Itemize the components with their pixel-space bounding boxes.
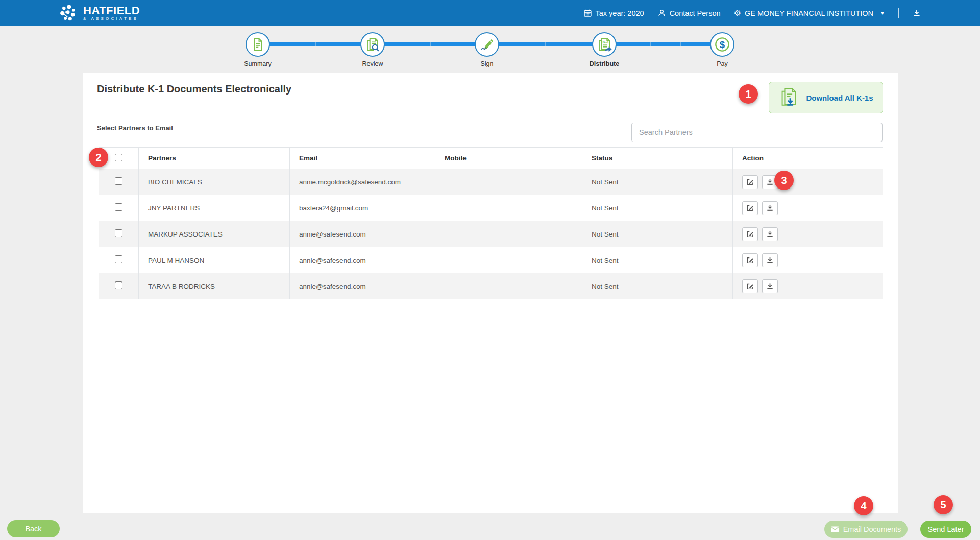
row-checkbox[interactable]	[115, 281, 122, 289]
download-k1-button[interactable]	[762, 253, 778, 267]
download-icon	[766, 256, 774, 264]
download-icon	[766, 178, 774, 186]
navbar-divider	[898, 8, 899, 18]
partner-mobile	[435, 273, 582, 299]
download-icon	[766, 204, 774, 212]
envelope-icon	[831, 526, 839, 532]
step-label-pay: Pay	[692, 60, 753, 67]
contact-person-button[interactable]: Contact Person	[657, 9, 721, 17]
gear-icon: ⚙	[734, 9, 741, 17]
partners-table: Partners Email Mobile Status Action BIO …	[99, 147, 883, 299]
tax-year-indicator: Tax year: 2020	[583, 9, 644, 17]
table-row: BIO CHEMICALS annie.mcgoldrick@safesend.…	[99, 169, 883, 195]
column-header-status: Status	[582, 148, 733, 169]
table-row: MARKUP ASSOCIATES annie@safesend.com Not…	[99, 221, 883, 247]
partner-mobile	[435, 169, 582, 195]
annotation-badge-5: 5	[934, 495, 953, 514]
step-distribute[interactable]: K-1 Distribute	[574, 32, 635, 67]
download-all-k1s-button[interactable]: Download All K-1s	[769, 82, 883, 113]
edit-icon	[746, 283, 754, 290]
select-all-checkbox[interactable]	[115, 154, 122, 161]
step-label-distribute: Distribute	[574, 60, 635, 67]
pay-dollar-icon: $	[714, 36, 730, 53]
partner-email: annie@safesend.com	[290, 221, 435, 247]
annotation-badge-2: 2	[89, 148, 108, 167]
download-k1-button[interactable]	[762, 201, 778, 215]
content-panel: Distribute K-1 Documents Electronically …	[83, 73, 898, 513]
edit-partner-button[interactable]	[742, 201, 758, 215]
download-icon	[766, 283, 774, 290]
contact-person-label: Contact Person	[670, 9, 721, 17]
email-documents-button[interactable]: Email Documents	[824, 521, 908, 538]
step-label-summary: Summary	[227, 60, 288, 67]
partner-name: BIO CHEMICALS	[139, 169, 290, 195]
send-later-label: Send Later	[928, 525, 964, 533]
download-all-k1s-label: Download All K-1s	[806, 93, 873, 102]
back-button[interactable]: Back	[7, 520, 60, 537]
edit-partner-button[interactable]	[742, 253, 758, 267]
table-row: PAUL M HANSON annie@safesend.com Not Sen…	[99, 247, 883, 273]
status-badge: Not Sent	[582, 273, 733, 299]
status-badge: Not Sent	[582, 195, 733, 221]
annotation-badge-1: 1	[739, 84, 758, 104]
column-header-mobile: Mobile	[435, 148, 582, 169]
back-button-label: Back	[25, 525, 41, 533]
annotation-badge-4: 4	[854, 496, 873, 515]
edit-icon	[746, 230, 754, 238]
chevron-down-icon: ▼	[880, 10, 885, 16]
row-checkbox[interactable]	[115, 203, 122, 211]
partner-name: JNY PARTNERS	[139, 195, 290, 221]
brand-name: HATFIELD	[83, 5, 140, 16]
edit-partner-button[interactable]	[742, 227, 758, 241]
review-search-icon	[364, 36, 381, 53]
annotation-badge-3: 3	[774, 171, 794, 190]
download-all-k1s-icon	[778, 86, 800, 109]
navbar-download-button[interactable]	[912, 9, 921, 18]
edit-icon	[746, 178, 754, 186]
table-header-row: Partners Email Mobile Status Action	[99, 148, 883, 169]
top-navbar: HATFIELD & ASSOCIATES Tax year: 2020	[0, 0, 980, 26]
send-later-button[interactable]: Send Later	[920, 521, 971, 538]
entity-selector-dropdown[interactable]: ⚙ GE MONEY FINANCIAL INSTITUTION ▼	[734, 9, 885, 17]
download-k1-button[interactable]	[762, 227, 778, 241]
partner-email: annie.mcgoldrick@safesend.com	[290, 169, 435, 195]
edit-partner-button[interactable]	[742, 175, 758, 189]
search-partners-input[interactable]	[631, 123, 883, 142]
hatfield-logo-icon	[58, 3, 78, 24]
status-badge: Not Sent	[582, 247, 733, 273]
step-label-review: Review	[342, 60, 403, 67]
page-title: Distribute K-1 Documents Electronically	[97, 83, 291, 95]
step-pay[interactable]: $ Pay	[692, 32, 753, 67]
table-row: JNY PARTNERS baxtera24@gmail.com Not Sen…	[99, 195, 883, 221]
email-documents-label: Email Documents	[843, 525, 901, 533]
step-summary[interactable]: Summary	[227, 32, 288, 67]
partner-name: TARAA B RODRICKS	[139, 273, 290, 299]
table-row: TARAA B RODRICKS annie@safesend.com Not …	[99, 273, 883, 299]
distribute-k1-icon: K-1	[596, 36, 612, 53]
entity-name-label: GE MONEY FINANCIAL INSTITUTION	[745, 9, 873, 17]
step-review[interactable]: Review	[342, 32, 403, 67]
edit-icon	[746, 204, 754, 212]
status-badge: Not Sent	[582, 221, 733, 247]
progress-stepper: Summary Review Sign	[0, 26, 980, 73]
status-badge: Not Sent	[582, 169, 733, 195]
summary-document-icon	[250, 37, 265, 52]
download-k1-button[interactable]	[762, 279, 778, 293]
download-icon	[912, 9, 921, 18]
partner-mobile	[435, 247, 582, 273]
edit-icon	[746, 256, 754, 264]
row-checkbox[interactable]	[115, 229, 122, 237]
row-checkbox[interactable]	[115, 177, 122, 185]
column-header-action: Action	[733, 148, 883, 169]
step-sign[interactable]: Sign	[456, 32, 518, 67]
tax-year-label: Tax year: 2020	[596, 9, 644, 17]
partner-email: baxtera24@gmail.com	[290, 195, 435, 221]
person-icon	[657, 9, 666, 17]
download-icon	[766, 230, 774, 238]
edit-partner-button[interactable]	[742, 279, 758, 293]
svg-text:K-1: K-1	[602, 40, 609, 44]
column-header-partners: Partners	[139, 148, 290, 169]
brand-logo: HATFIELD & ASSOCIATES	[58, 3, 140, 24]
row-checkbox[interactable]	[115, 255, 122, 263]
calendar-icon	[583, 9, 592, 17]
